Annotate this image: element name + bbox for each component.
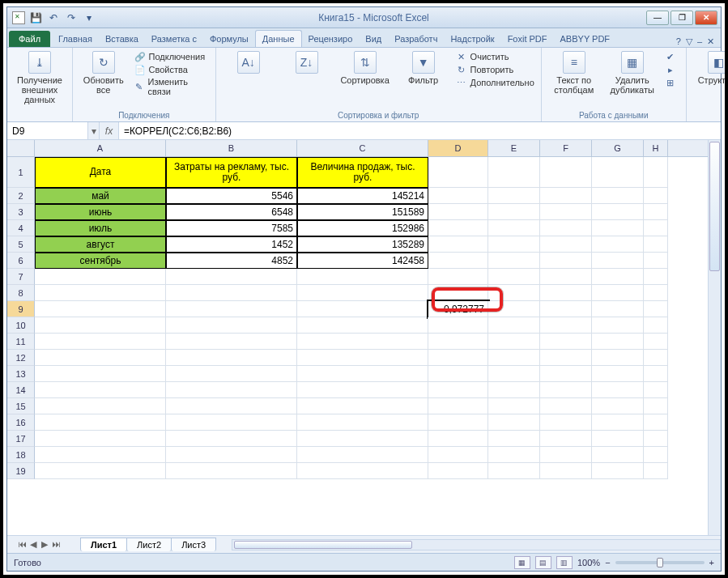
tab-file[interactable]: Файл bbox=[9, 31, 50, 47]
sheet-tab-Лист2[interactable]: Лист2 bbox=[126, 538, 172, 551]
select-all-corner[interactable] bbox=[7, 140, 35, 156]
cell-C7[interactable] bbox=[297, 269, 428, 285]
cell-G13[interactable] bbox=[592, 366, 644, 382]
close-button[interactable]: ✕ bbox=[695, 11, 717, 25]
cell-F3[interactable] bbox=[540, 204, 592, 220]
cell-G15[interactable] bbox=[592, 398, 644, 414]
row-header-9[interactable]: 9 bbox=[7, 301, 35, 317]
ribbon-btn[interactable]: A↓ bbox=[223, 51, 275, 75]
tab-foxit pdf[interactable]: Foxit PDF bbox=[501, 31, 554, 47]
tab-главная[interactable]: Главная bbox=[52, 31, 99, 47]
cell-C3[interactable]: 151589 bbox=[297, 204, 428, 220]
cell-A15[interactable] bbox=[35, 398, 166, 414]
cell-C17[interactable] bbox=[297, 431, 428, 447]
cell-G1[interactable] bbox=[592, 157, 644, 188]
ribbon-btn[interactable]: ≡Текст по столбцам bbox=[548, 51, 600, 95]
ribbon-small-btn[interactable]: ✕Очистить bbox=[456, 51, 534, 62]
ribbon-btn[interactable]: ◧Структура bbox=[693, 51, 728, 85]
cell-A3[interactable]: июнь bbox=[35, 204, 166, 220]
cell-C6[interactable]: 142458 bbox=[297, 253, 428, 269]
cell-F7[interactable] bbox=[540, 269, 592, 285]
cell-D5[interactable] bbox=[428, 236, 488, 253]
cell-C13[interactable] bbox=[297, 366, 428, 382]
view-normal[interactable]: ▦ bbox=[514, 556, 530, 569]
cell-D17[interactable] bbox=[428, 431, 488, 447]
row-header-13[interactable]: 13 bbox=[7, 366, 35, 382]
cell-A1[interactable]: Дата bbox=[35, 157, 166, 188]
cell-H13[interactable] bbox=[644, 366, 668, 382]
cell-F16[interactable] bbox=[540, 414, 592, 431]
cell-G16[interactable] bbox=[592, 414, 644, 431]
horizontal-scrollbar[interactable] bbox=[232, 539, 721, 550]
cell-A17[interactable] bbox=[35, 431, 166, 447]
cell-C2[interactable]: 145214 bbox=[297, 188, 428, 204]
cell-B12[interactable] bbox=[166, 350, 297, 366]
cell-G17[interactable] bbox=[592, 431, 644, 447]
cell-C8[interactable] bbox=[297, 285, 428, 301]
cell-F9[interactable] bbox=[540, 301, 592, 317]
cell-C5[interactable]: 135289 bbox=[297, 236, 428, 253]
row-header-5[interactable]: 5 bbox=[7, 236, 35, 253]
cell-B11[interactable] bbox=[166, 334, 297, 350]
ribbon-btn[interactable]: ⤓Получение внешних данных bbox=[14, 51, 66, 104]
cell-C18[interactable] bbox=[297, 447, 428, 463]
cell-H1[interactable] bbox=[644, 157, 668, 188]
cell-B7[interactable] bbox=[166, 269, 297, 285]
cell-E4[interactable] bbox=[488, 220, 540, 236]
cell-F1[interactable] bbox=[540, 157, 592, 188]
row-header-11[interactable]: 11 bbox=[7, 334, 35, 350]
row-header-19[interactable]: 19 bbox=[7, 463, 35, 479]
cell-A18[interactable] bbox=[35, 447, 166, 463]
sheet-tab-Лист1[interactable]: Лист1 bbox=[80, 538, 127, 551]
cell-E16[interactable] bbox=[488, 414, 540, 431]
spreadsheet-grid[interactable]: ABCDEFGH 12345678910111213141516171819 Д… bbox=[7, 140, 721, 479]
cell-A13[interactable] bbox=[35, 366, 166, 382]
cell-G3[interactable] bbox=[592, 204, 644, 220]
cell-E9[interactable] bbox=[488, 301, 540, 317]
cell-G5[interactable] bbox=[592, 236, 644, 253]
cell-B19[interactable] bbox=[166, 463, 297, 479]
cell-D1[interactable] bbox=[428, 157, 488, 188]
cell-G11[interactable] bbox=[592, 334, 644, 350]
view-page-break[interactable]: ▥ bbox=[556, 556, 573, 569]
cell-H3[interactable] bbox=[644, 204, 668, 220]
fx-button[interactable]: fx bbox=[100, 122, 119, 139]
cell-F14[interactable] bbox=[540, 382, 592, 398]
cell-B2[interactable]: 5546 bbox=[166, 188, 297, 204]
cell-E3[interactable] bbox=[488, 204, 540, 220]
cell-D14[interactable] bbox=[428, 382, 488, 398]
name-box-dropdown[interactable]: ▾ bbox=[88, 122, 100, 139]
sheet-nav-last[interactable]: ⏭ bbox=[51, 539, 61, 550]
formula-input[interactable]: =КОРРЕЛ(C2:C6;B2:B6) bbox=[119, 122, 721, 139]
ribbon-small-btn[interactable]: ↻Повторить bbox=[456, 64, 534, 75]
cell-F10[interactable] bbox=[540, 317, 592, 334]
ribbon-small-btn[interactable]: ⊞ bbox=[665, 77, 679, 88]
row-header-14[interactable]: 14 bbox=[7, 382, 35, 398]
cell-F5[interactable] bbox=[540, 236, 592, 253]
row-header-16[interactable]: 16 bbox=[7, 414, 35, 431]
cell-A11[interactable] bbox=[35, 334, 166, 350]
col-header-H[interactable]: H bbox=[644, 140, 668, 156]
cell-H5[interactable] bbox=[644, 236, 668, 253]
cell-B18[interactable] bbox=[166, 447, 297, 463]
ribbon-small-btn[interactable]: ⋯Дополнительно bbox=[456, 77, 534, 88]
name-box[interactable]: D9 bbox=[7, 122, 88, 139]
cell-F18[interactable] bbox=[540, 447, 592, 463]
cell-G12[interactable] bbox=[592, 350, 644, 366]
cell-A4[interactable]: июль bbox=[35, 220, 166, 236]
cell-A2[interactable]: май bbox=[35, 188, 166, 204]
cell-A16[interactable] bbox=[35, 414, 166, 431]
cell-H14[interactable] bbox=[644, 382, 668, 398]
cell-C11[interactable] bbox=[297, 334, 428, 350]
ribbon-btn[interactable]: ↻Обновить все bbox=[79, 51, 128, 95]
row-header-17[interactable]: 17 bbox=[7, 431, 35, 447]
cell-E6[interactable] bbox=[488, 253, 540, 269]
cell-E15[interactable] bbox=[488, 398, 540, 414]
row-header-2[interactable]: 2 bbox=[7, 188, 35, 204]
row-header-1[interactable]: 1 bbox=[7, 157, 35, 188]
tab-abbyy pdf[interactable]: ABBYY PDF bbox=[554, 31, 617, 47]
cell-H19[interactable] bbox=[644, 463, 668, 479]
cell-F12[interactable] bbox=[540, 350, 592, 366]
tab-надстройк[interactable]: Надстройк bbox=[444, 31, 500, 47]
sheet-nav-first[interactable]: ⏮ bbox=[17, 539, 27, 550]
